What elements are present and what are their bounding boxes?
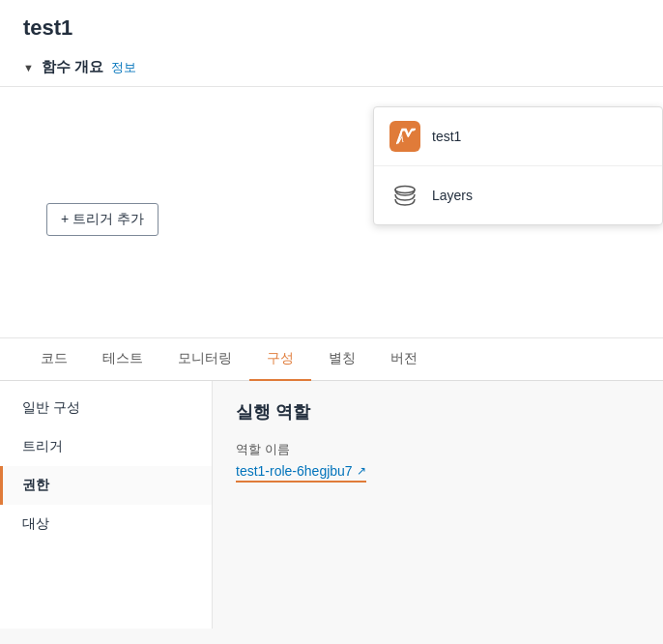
tab-code[interactable]: 코드	[23, 338, 85, 381]
collapse-arrow[interactable]: ▼	[23, 62, 34, 73]
info-link[interactable]: 정보	[111, 59, 136, 76]
section-header: ▼ 함수 개요 정보	[0, 48, 663, 87]
tab-config[interactable]: 구성	[249, 338, 311, 381]
svg-point-1	[395, 187, 415, 193]
tab-monitoring[interactable]: 모니터링	[160, 338, 249, 381]
bottom-content: 일반 구성 트리거 권한 대상 실행 역할 역할 이름 test1-role-6…	[0, 381, 663, 629]
right-panel: 실행 역할 역할 이름 test1-role-6hegjbu7 ↗	[213, 381, 663, 629]
sidebar-item-permission[interactable]: 권한	[0, 466, 212, 505]
popup-item-layers-label: Layers	[432, 188, 473, 203]
sidebar-item-trigger[interactable]: 트리거	[0, 427, 212, 466]
role-link[interactable]: test1-role-6hegjbu7 ↗	[236, 463, 366, 483]
popup-item-test1-label: test1	[432, 129, 461, 144]
tab-test[interactable]: 테스트	[85, 338, 160, 381]
sidebar-item-general[interactable]: 일반 구성	[0, 389, 212, 427]
popup-card: λ test1 Layers	[373, 106, 663, 225]
role-link-text: test1-role-6hegjbu7	[236, 463, 353, 479]
role-label: 역할 이름	[236, 441, 640, 458]
sidebar-nav: 일반 구성 트리거 권한 대상	[0, 381, 213, 629]
trigger-button-label: + 트리거 추가	[61, 211, 144, 228]
lambda-icon: λ	[389, 121, 420, 152]
tab-alias[interactable]: 별칭	[311, 338, 373, 381]
diagram-area: + 트리거 추가 λ test1	[0, 87, 663, 338]
popup-card-item-test1[interactable]: λ test1	[374, 107, 662, 166]
tab-version[interactable]: 버전	[373, 338, 435, 381]
sidebar-item-target[interactable]: 대상	[0, 505, 212, 543]
svg-text:λ: λ	[398, 132, 405, 145]
add-trigger-button[interactable]: + 트리거 추가	[46, 203, 159, 236]
section-title: 함수 개요	[42, 58, 103, 76]
layers-icon	[389, 180, 420, 211]
page-title: test1	[0, 0, 663, 48]
right-panel-title: 실행 역할	[236, 400, 640, 424]
popup-card-item-layers[interactable]: Layers	[374, 166, 662, 224]
external-link-icon: ↗	[357, 464, 366, 478]
tabs-bar: 코드 테스트 모니터링 구성 별칭 버전	[0, 338, 663, 381]
